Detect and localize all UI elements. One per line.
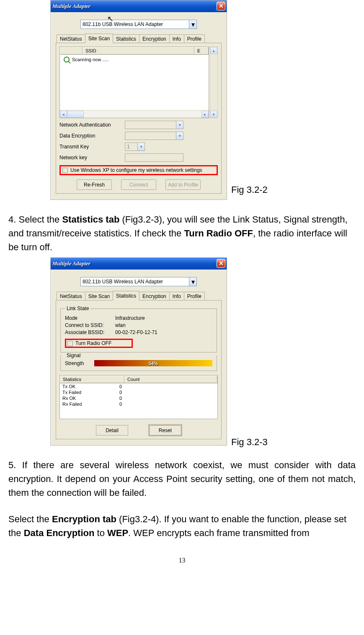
sitescan-panel: SSID E Scanning now ..... ◂	[56, 43, 222, 194]
strength-value: 54%	[149, 361, 158, 366]
signal-bar: 54%	[94, 360, 212, 366]
highlight-turn-radio-off: Turn Radio OFF	[65, 339, 133, 348]
tab-statistics[interactable]: Statistics	[113, 291, 139, 301]
refresh-button[interactable]: Re-Fresh	[77, 179, 112, 190]
data-enc-dropdown[interactable]: ▾	[125, 132, 183, 140]
paragraph-encryption: Select the Encryption tab (Fig3.2-4). If…	[8, 512, 356, 540]
row-tx-key: Transmit Key 1▾	[59, 143, 218, 151]
adapter-combo-text: 802.11b USB Wireless LAN Adapter	[80, 277, 189, 286]
titlebar: Multiple Adapter ✕	[51, 0, 227, 12]
scroll-left-icon[interactable]: ◂	[60, 111, 67, 118]
tab-bar: NetStatus Site Scan Statistics Encryptio…	[56, 33, 222, 43]
adapter-combo-text: 802.11b USB Wireless LAN Adapter	[80, 20, 189, 29]
chevron-down-icon[interactable]: ▾	[189, 277, 197, 286]
detail-button[interactable]: Detail	[96, 425, 128, 435]
tab-profile[interactable]: Profile	[184, 34, 205, 43]
page-number: 13	[0, 557, 364, 564]
scroll-down-icon[interactable]: ▾	[210, 111, 217, 118]
tab-sitescan[interactable]: Site Scan	[85, 34, 113, 43]
tx-key-dropdown[interactable]: 1▾	[125, 143, 145, 151]
turn-radio-off-checkbox[interactable]	[67, 341, 73, 346]
ssid-list[interactable]: SSID E Scanning now ..... ◂	[59, 47, 209, 118]
mode-label: Mode	[65, 315, 115, 321]
chevron-down-icon: ▾	[176, 121, 183, 129]
scroll-thumb[interactable]	[67, 111, 84, 118]
xp-checkbox[interactable]	[62, 168, 68, 173]
mode-value: Infrastructure	[115, 315, 145, 321]
col-e: E	[194, 47, 209, 54]
tx-key-val: 1	[125, 144, 132, 150]
scroll-right-icon[interactable]: ▸	[201, 111, 209, 118]
figure-caption-1: Fig 3.2-2	[231, 184, 268, 195]
link-state-legend: Link State	[65, 306, 90, 311]
paragraph-4: 4. Select the Statistics tab (Fig3.2-3),…	[8, 213, 356, 254]
net-key-input[interactable]	[125, 153, 183, 162]
label-net-key: Network key	[59, 155, 122, 161]
tab-sitescan[interactable]: Site Scan	[85, 292, 113, 300]
table-row: Rx OK0	[60, 395, 217, 401]
window-title: Multiple Adapter	[52, 260, 90, 267]
signal-legend: Signal	[65, 352, 82, 358]
ssid-label: Connect to SSID:	[65, 322, 115, 328]
row-net-key: Network key	[59, 153, 218, 162]
net-auth-dropdown[interactable]: ▾	[125, 121, 183, 129]
v-scrollbar[interactable]: ▴ ▾	[210, 47, 218, 118]
label-data-enc: Data Encryption	[59, 133, 122, 139]
dialog-statistics: Multiple Adapter ✕ 802.11b USB Wireless …	[50, 257, 227, 446]
row-data-enc: Data Encryption ▾	[59, 132, 218, 140]
xp-checkbox-label: Use Windows XP to configure my wireless …	[70, 167, 202, 173]
reset-button[interactable]: Reset	[149, 425, 181, 435]
table-row	[60, 413, 217, 419]
col-count: Count	[124, 376, 217, 383]
window-title: Multiple Adapter	[52, 3, 90, 10]
tab-statistics[interactable]: Statistics	[113, 34, 139, 43]
ssid-value: wlan	[115, 322, 126, 328]
titlebar: Multiple Adapter ✕	[51, 258, 227, 270]
link-state-group: Link State ModeInfrastructure Connect to…	[60, 306, 217, 352]
tab-info[interactable]: Info	[169, 34, 184, 43]
tab-info[interactable]: Info	[169, 292, 184, 300]
adapter-combo[interactable]: 802.11b USB Wireless LAN Adapter ▾	[56, 277, 222, 286]
chevron-down-icon: ▾	[176, 132, 183, 140]
table-row: Tx OK0	[60, 384, 217, 389]
label-tx-key: Transmit Key	[59, 144, 122, 150]
table-row: Tx Failed0	[60, 389, 217, 395]
close-icon[interactable]: ✕	[217, 2, 225, 10]
add-profile-button[interactable]: Add to Profile	[165, 179, 201, 190]
adapter-combo[interactable]: 802.11b USB Wireless LAN Adapter ▾	[56, 20, 222, 29]
tab-encryption[interactable]: Encryption	[139, 34, 170, 43]
scroll-track	[84, 111, 201, 118]
chevron-down-icon[interactable]: ▾	[189, 20, 197, 29]
search-icon	[64, 57, 70, 62]
tab-encryption[interactable]: Encryption	[139, 292, 170, 300]
bssid-value: 00-02-72-F0-12-71	[115, 329, 157, 335]
button-row: Re-Fresh Connect Add to Profile	[59, 179, 218, 190]
dialog-site-scan: Multiple Adapter ✕ ↖ 802.11b USB Wireles…	[50, 0, 227, 200]
tab-netstatus[interactable]: NetStatus	[57, 292, 85, 300]
chevron-down-icon: ▾	[137, 143, 145, 150]
row-net-auth: Network Authentication ▾	[59, 121, 218, 129]
signal-group: Signal Strength 54%	[60, 352, 217, 371]
highlight-xp-checkbox: Use Windows XP to configure my wireless …	[59, 165, 218, 175]
tab-bar: NetStatus Site Scan Statistics Encryptio…	[56, 290, 222, 301]
col-blank	[60, 47, 83, 54]
statistics-panel: Link State ModeInfrastructure Connect to…	[56, 301, 222, 439]
tab-netstatus[interactable]: NetStatus	[57, 34, 85, 43]
turn-radio-off-label: Turn Radio OFF	[75, 340, 111, 346]
tab-profile[interactable]: Profile	[184, 292, 205, 300]
h-scrollbar[interactable]: ◂ ▸	[60, 111, 209, 118]
connect-button[interactable]: Connect	[121, 179, 156, 190]
scanning-text: Scanning now .....	[72, 57, 108, 62]
strength-label: Strength	[65, 360, 90, 366]
label-net-auth: Network Authentication	[59, 122, 122, 128]
table-row: Rx Failed0	[60, 401, 217, 407]
col-ssid: SSID	[83, 47, 194, 54]
button-row: Detail Reset	[59, 425, 218, 435]
bssid-label: Associate BSSID:	[65, 329, 115, 335]
scroll-up-icon[interactable]: ▴	[210, 47, 217, 54]
scanning-status: Scanning now .....	[60, 55, 208, 64]
col-statistics: Statistics	[60, 376, 124, 383]
paragraph-5: 5. If there are several wireless network…	[8, 458, 356, 500]
close-icon[interactable]: ✕	[217, 259, 225, 268]
figure-caption-2: Fig 3.2-3	[231, 437, 268, 448]
